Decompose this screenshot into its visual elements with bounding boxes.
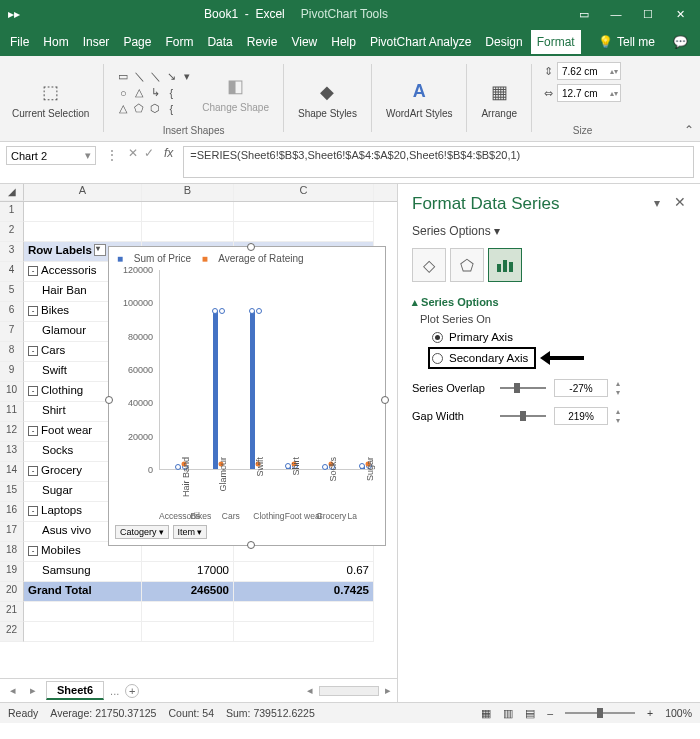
chart-plot-area[interactable] <box>159 270 373 470</box>
fill-line-icon[interactable]: ◇ <box>412 248 446 282</box>
doc-title: Book1 <box>204 7 238 21</box>
collapse-ribbon-icon[interactable]: ⌃ <box>684 123 694 137</box>
hscroll-left[interactable]: ◂ <box>307 684 313 697</box>
status-ready: Ready <box>8 707 38 719</box>
ribbon: ⬚Current Selection ▭＼＼↘▾ ○△↳{ △⬠⬡{ ◧Chan… <box>0 56 700 142</box>
status-bar: Ready Average: 21750.37125 Count: 54 Sum… <box>0 702 700 723</box>
gap-width-input[interactable]: 219% <box>554 407 608 425</box>
annotation-arrow <box>540 351 584 365</box>
maximize-button[interactable]: ☐ <box>636 4 660 24</box>
width-icon: ⇔ <box>544 87 553 100</box>
effects-icon[interactable]: ⬠ <box>450 248 484 282</box>
col-c[interactable]: C <box>234 184 374 201</box>
primary-axis-radio[interactable]: Primary Axis <box>432 331 686 343</box>
gap-width-label: Gap Width <box>412 410 492 422</box>
tab-insert[interactable]: Inser <box>77 30 116 54</box>
title-bar: ▸▸ Book1 - Excel PivotChart Tools ▭ — ☐ … <box>0 0 700 28</box>
view-page-layout-icon[interactable]: ▥ <box>503 707 513 719</box>
series-options-dropdown[interactable]: Series Options ▾ <box>412 224 686 238</box>
panel-menu-button[interactable]: ▾ <box>654 196 660 210</box>
close-button[interactable]: ✕ <box>668 4 692 24</box>
gap-width-slider[interactable] <box>500 415 546 417</box>
insert-shapes-label: Insert Shapes <box>163 125 225 136</box>
zoom-level[interactable]: 100% <box>665 707 692 719</box>
status-count: 54 <box>202 707 214 719</box>
minimize-button[interactable]: — <box>604 4 628 24</box>
tab-view[interactable]: View <box>285 30 323 54</box>
change-shape-button: ◧Change Shape <box>200 70 271 115</box>
tab-formulas[interactable]: Form <box>159 30 199 54</box>
formula-bar: Chart 2▾ ⋮ ✕ ✓ fx =SERIES(Sheet6!$B$3,Sh… <box>0 142 700 184</box>
pivot-field-item[interactable]: Item ▾ <box>173 525 208 539</box>
tab-file[interactable]: File <box>4 30 35 54</box>
arrange-button[interactable]: ▦Arrange <box>479 76 519 121</box>
tab-format[interactable]: Format <box>531 30 581 54</box>
series-overlap-input[interactable]: -27% <box>554 379 608 397</box>
status-sum: 739512.6225 <box>253 707 314 719</box>
series-options-header[interactable]: ▴ Series Options <box>412 296 686 309</box>
comments-icon[interactable]: 💬 <box>665 35 696 49</box>
shape-width-input[interactable] <box>558 88 608 99</box>
name-box-sep: ⋮ <box>102 146 122 164</box>
shape-styles-button[interactable]: ◆Shape Styles <box>296 76 359 121</box>
tab-home[interactable]: Hom <box>37 30 74 54</box>
size-label: Size <box>573 125 592 136</box>
wordart-styles-button[interactable]: AWordArt Styles <box>384 76 455 121</box>
sheet-nav-prev[interactable]: ◂ <box>6 684 20 697</box>
name-box[interactable]: Chart 2▾ <box>6 146 96 165</box>
context-tools: PivotChart Tools <box>301 7 388 21</box>
tab-review[interactable]: Revie <box>241 30 284 54</box>
status-average: 21750.37125 <box>95 707 156 719</box>
sheet-tab-active[interactable]: Sheet6 <box>46 681 104 700</box>
series-overlap-label: Series Overlap <box>412 382 492 394</box>
svg-rect-0 <box>497 264 501 272</box>
app-name: Excel <box>255 7 284 21</box>
fx-icon[interactable]: fx <box>160 146 177 160</box>
shape-gallery[interactable]: ▭＼＼↘▾ ○△↳{ △⬠⬡{ <box>116 70 194 116</box>
tab-data[interactable]: Data <box>201 30 238 54</box>
series-overlap-slider[interactable] <box>500 387 546 389</box>
sheet-tabs: ◂ ▸ Sheet6 ... + ◂ ▸ <box>0 678 397 702</box>
format-data-series-panel: ✕ ▾ Format Data Series Series Options ▾ … <box>398 184 700 702</box>
pivot-field-catogery[interactable]: Catogery ▾ <box>115 525 169 539</box>
svg-rect-2 <box>509 262 513 272</box>
zoom-out-button[interactable]: – <box>547 707 553 719</box>
enter-formula-icon[interactable]: ✓ <box>144 146 154 160</box>
add-sheet-button[interactable]: + <box>125 684 139 698</box>
panel-close-button[interactable]: ✕ <box>674 194 686 210</box>
view-page-break-icon[interactable]: ▤ <box>525 707 535 719</box>
tab-design[interactable]: Design <box>479 30 528 54</box>
hscroll[interactable] <box>319 686 379 696</box>
quick-access-collapse-icon[interactable]: ▸▸ <box>8 7 20 21</box>
view-normal-icon[interactable]: ▦ <box>481 707 491 719</box>
secondary-axis-highlight: Secondary Axis <box>428 347 536 369</box>
formula-input[interactable]: =SERIES(Sheet6!$B$3,Sheet6!$A$4:$A$20,Sh… <box>183 146 694 178</box>
ribbon-tabs: File Hom Inser Page Form Data Revie View… <box>0 28 700 56</box>
select-all[interactable]: ◢ <box>0 184 24 201</box>
col-a[interactable]: A <box>24 184 142 201</box>
worksheet-grid[interactable]: ◢ A B C 123Row LabelsSum of PriceAverage… <box>0 184 398 702</box>
tab-pivotchart-analyze[interactable]: PivotChart Analyze <box>364 30 477 54</box>
svg-rect-1 <box>503 260 507 272</box>
series-options-icon[interactable] <box>488 248 522 282</box>
plot-series-on-label: Plot Series On <box>420 313 686 325</box>
sheet-nav-next[interactable]: ▸ <box>26 684 40 697</box>
ribbon-display-icon[interactable]: ▭ <box>572 4 596 24</box>
shape-height-input[interactable] <box>558 66 608 77</box>
sheet-tab-more[interactable]: ... <box>110 685 119 697</box>
tab-help[interactable]: Help <box>325 30 362 54</box>
secondary-axis-radio[interactable]: Secondary Axis <box>432 352 528 364</box>
pivot-chart[interactable]: ■ Sum of Price ■ Average of Rateing 0200… <box>108 246 386 546</box>
current-selection-button[interactable]: ⬚Current Selection <box>10 76 91 121</box>
hscroll-right[interactable]: ▸ <box>385 684 391 697</box>
zoom-in-button[interactable]: + <box>647 707 653 719</box>
cancel-formula-icon[interactable]: ✕ <box>128 146 138 160</box>
col-b[interactable]: B <box>142 184 234 201</box>
height-icon: ⇕ <box>544 65 553 78</box>
panel-title: Format Data Series <box>412 194 686 214</box>
tab-page-layout[interactable]: Page <box>117 30 157 54</box>
zoom-slider[interactable] <box>565 712 635 714</box>
tell-me[interactable]: 💡 Tell me <box>590 35 663 49</box>
